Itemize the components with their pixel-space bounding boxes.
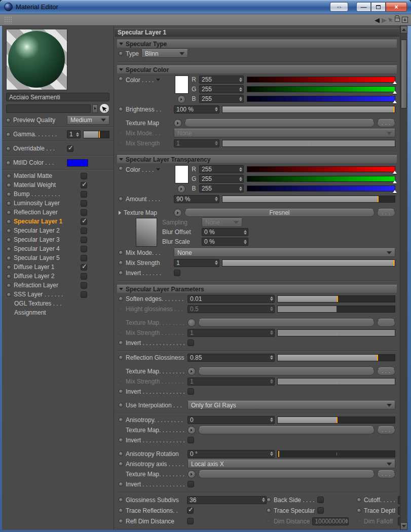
animation-dot[interactable] — [119, 451, 123, 456]
texture-map-field[interactable] — [198, 470, 375, 478]
animation-dot[interactable] — [7, 238, 11, 242]
channel-checkbox[interactable] — [81, 237, 87, 243]
animation-dot[interactable] — [6, 161, 11, 165]
channel-checkbox[interactable] — [81, 191, 87, 198]
animation-dot[interactable] — [119, 340, 123, 345]
animation-dot[interactable] — [7, 183, 11, 187]
channel-specular-2[interactable]: Specular Layer 2 — [2, 226, 114, 235]
slider-handle[interactable] — [393, 79, 397, 84]
stepper-icon[interactable] — [244, 240, 247, 244]
slider-handle[interactable] — [393, 98, 397, 103]
texture-map-field[interactable] — [198, 367, 375, 375]
stepper-icon[interactable] — [239, 186, 242, 191]
animation-dot[interactable] — [6, 118, 11, 123]
stepper-icon[interactable] — [76, 132, 79, 137]
refl-dim-distance-checkbox[interactable] — [187, 518, 194, 524]
use-interpolation-select[interactable]: Only for GI Rays — [188, 401, 395, 409]
trace-reflections-checkbox[interactable]: ✓ — [187, 507, 194, 514]
channel-checkbox[interactable] — [81, 200, 87, 207]
mix-strength-field[interactable]: 1 — [174, 259, 219, 267]
glossiness-subdivs-field[interactable]: 36 — [187, 496, 267, 504]
lock-icon[interactable] — [395, 18, 400, 22]
close-button[interactable]: × — [386, 2, 407, 12]
browse-button[interactable]: . . . — [377, 209, 395, 217]
sidebar-item-ogl-textures[interactable]: OGL Textures . . . — [2, 299, 114, 308]
stepper-icon[interactable] — [239, 87, 242, 92]
channel-checkbox[interactable]: ✓ — [81, 218, 87, 225]
slider-handle[interactable] — [393, 169, 397, 174]
scrollbar-track[interactable] — [400, 33, 407, 522]
expand-icon[interactable] — [119, 211, 121, 215]
animation-dot[interactable] — [119, 482, 123, 486]
channel-checkbox[interactable] — [81, 227, 87, 234]
channel-bump[interactable]: Bump . . . . . . . . . — [2, 189, 114, 199]
blur-offset-field[interactable]: 0 % — [202, 228, 248, 236]
anisotropy-axis-select[interactable]: Local axis X — [188, 460, 395, 468]
r-value-field[interactable]: 255 — [199, 165, 244, 173]
scroll-up-button[interactable] — [400, 26, 407, 33]
mtlid-color-swatch[interactable] — [67, 159, 88, 167]
red-slider[interactable] — [247, 166, 395, 172]
animation-dot[interactable] — [7, 210, 11, 215]
texture-expand-button[interactable] — [174, 209, 182, 217]
channel-diffuse-1[interactable]: Diffuse Layer 1 ✓ — [2, 262, 114, 272]
channel-material-matte[interactable]: Material Matte — [2, 171, 114, 180]
invert-checkbox[interactable] — [188, 481, 194, 487]
texture-expand-button[interactable] — [188, 470, 196, 478]
section-parameters[interactable]: Specular Layer Parameters — [117, 285, 397, 293]
amount-slider[interactable] — [222, 196, 395, 203]
stepper-icon[interactable] — [239, 78, 242, 82]
texture-map-field[interactable] — [184, 119, 375, 127]
channel-checkbox[interactable] — [81, 246, 87, 252]
channel-checkbox[interactable] — [81, 255, 87, 261]
animation-dot[interactable] — [7, 274, 11, 279]
color-swatch[interactable] — [175, 75, 189, 94]
animation-dot[interactable] — [7, 283, 11, 288]
invert-checkbox[interactable] — [188, 437, 194, 443]
stepper-icon[interactable] — [270, 417, 273, 422]
soften-edges-field[interactable]: 0.01 — [188, 295, 275, 303]
reflection-glossiness-slider[interactable] — [277, 354, 395, 361]
trace-depth-field[interactable]: 5 — [398, 507, 400, 515]
channel-checkbox[interactable] — [81, 273, 87, 280]
history-forward-icon[interactable]: ▶ — [382, 17, 387, 23]
animation-dot[interactable] — [7, 265, 11, 270]
channel-checkbox[interactable] — [81, 282, 87, 289]
anisotropy-slider[interactable] — [277, 416, 395, 424]
channel-specular-5[interactable]: Specular Layer 5 — [2, 253, 114, 262]
material-preview[interactable] — [6, 29, 67, 90]
channel-specular-3[interactable]: Specular Layer 3 — [2, 235, 114, 244]
toolbar-grip[interactable] — [4, 16, 12, 23]
stepper-icon[interactable] — [239, 167, 242, 172]
brightness-slider[interactable] — [222, 106, 395, 113]
texture-expand-button[interactable] — [188, 367, 196, 375]
animation-dot[interactable] — [119, 166, 123, 171]
browse-button[interactable]: . . . — [377, 367, 395, 375]
anisotropy-rotation-field[interactable]: 0 ° — [188, 450, 275, 458]
animation-dot[interactable] — [7, 192, 11, 197]
section-specular-type[interactable]: Specular Type — [117, 40, 397, 48]
blue-slider[interactable] — [247, 185, 395, 192]
stepper-icon[interactable] — [262, 498, 265, 502]
specular-type-select[interactable]: Blinn — [141, 49, 188, 58]
mix-mode-select[interactable]: None — [174, 248, 395, 257]
stepper-icon[interactable] — [215, 107, 218, 111]
g-value-field[interactable]: 255 — [199, 85, 244, 93]
channel-checkbox[interactable] — [81, 173, 87, 179]
reflection-glossiness-field[interactable]: 0.85 — [188, 354, 275, 362]
color-expand-button[interactable] — [177, 185, 185, 193]
channel-checkbox[interactable] — [81, 209, 87, 216]
path-expand-button[interactable] — [92, 104, 98, 113]
animation-dot[interactable] — [357, 498, 361, 502]
animation-dot[interactable] — [119, 77, 123, 81]
texture-path-field[interactable] — [6, 104, 91, 113]
channel-refraction[interactable]: Refraction Layer — [2, 281, 114, 290]
gamma-field[interactable]: 1 — [67, 130, 81, 138]
back-side-checkbox[interactable] — [317, 497, 324, 503]
animation-dot[interactable] — [7, 247, 11, 251]
preview-quality-select[interactable]: Medium — [67, 116, 109, 125]
stepper-icon[interactable] — [215, 197, 218, 201]
history-back-icon[interactable]: ◀ — [375, 17, 380, 23]
color-expand-button[interactable] — [177, 95, 185, 103]
animation-dot[interactable] — [119, 296, 123, 301]
